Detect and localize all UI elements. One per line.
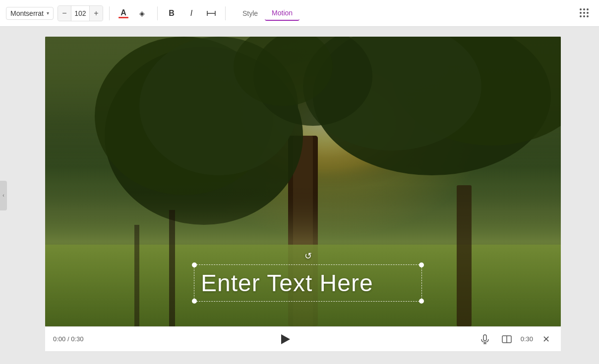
chevron-down-icon: ▾ — [47, 10, 49, 16]
divider-3 — [225, 6, 226, 20]
text-content-box[interactable]: Enter Text Here — [194, 264, 422, 302]
highlight-icon: ◈ — [138, 8, 148, 18]
font-family-label: Montserrat — [10, 9, 44, 17]
font-family-dropdown[interactable]: Montserrat ▾ — [6, 7, 54, 20]
font-size-control: − + — [58, 5, 103, 21]
dot — [580, 12, 582, 14]
tab-group: Style Motion — [236, 6, 300, 21]
play-button[interactable] — [276, 330, 294, 348]
canvas-text[interactable]: Enter Text Here — [201, 270, 373, 296]
bold-button[interactable]: B — [164, 5, 180, 21]
dot — [580, 8, 582, 10]
spacing-icon — [206, 8, 216, 18]
color-bar — [119, 17, 128, 18]
left-sidebar: ‹ — [0, 27, 7, 364]
main-content: ‹ — [0, 27, 599, 364]
decrease-font-size-button[interactable]: − — [58, 6, 71, 21]
letter-a-icon: A — [120, 8, 126, 17]
divider-2 — [157, 6, 158, 20]
bottom-controls: 0:00 / 0:30 — [45, 326, 561, 351]
svg-rect-19 — [169, 210, 175, 326]
microphone-icon — [479, 334, 490, 345]
video-canvas[interactable]: ↺ Enter Text Here — [45, 37, 561, 326]
increase-font-size-button[interactable]: + — [90, 6, 103, 21]
dot — [580, 15, 582, 17]
layout-icon — [501, 334, 512, 345]
duration-label: 0:30 — [521, 335, 533, 343]
svg-rect-20 — [134, 225, 139, 326]
dot — [587, 15, 589, 17]
svg-rect-21 — [483, 335, 486, 341]
text-color-icon: A — [119, 8, 128, 18]
rotate-handle[interactable]: ↺ — [302, 251, 313, 261]
text-element[interactable]: ↺ Enter Text Here — [194, 264, 422, 302]
dot — [587, 12, 589, 14]
apps-button[interactable] — [575, 4, 593, 22]
sidebar-toggle-button[interactable]: ‹ — [0, 181, 7, 210]
microphone-button[interactable] — [477, 331, 493, 347]
highlight-color-button[interactable]: ◈ — [135, 5, 151, 21]
svg-text:◈: ◈ — [139, 9, 145, 17]
text-color-button[interactable]: A — [116, 5, 131, 21]
grid-dots-icon — [580, 8, 589, 18]
italic-button[interactable]: I — [183, 5, 199, 21]
toolbar: Montserrat ▾ − + A ◈ B I Style — [0, 0, 599, 27]
spacing-button[interactable] — [203, 5, 219, 21]
right-controls: 0:30 ✕ — [477, 331, 553, 347]
canvas-area: ↺ Enter Text Here 0:00 / 0:30 — [7, 27, 599, 364]
layout-button[interactable] — [499, 331, 515, 347]
play-icon — [281, 334, 290, 344]
play-btn-area — [93, 330, 477, 348]
dot — [583, 8, 585, 10]
divider-1 — [109, 6, 110, 20]
dot — [583, 12, 585, 14]
time-display: 0:00 / 0:30 — [53, 335, 93, 343]
svg-rect-18 — [457, 185, 472, 326]
dot — [587, 8, 589, 10]
dot — [583, 15, 585, 17]
font-size-input[interactable] — [71, 6, 90, 21]
tab-motion[interactable]: Motion — [265, 6, 300, 21]
close-button[interactable]: ✕ — [539, 332, 553, 346]
tab-style[interactable]: Style — [236, 6, 265, 21]
